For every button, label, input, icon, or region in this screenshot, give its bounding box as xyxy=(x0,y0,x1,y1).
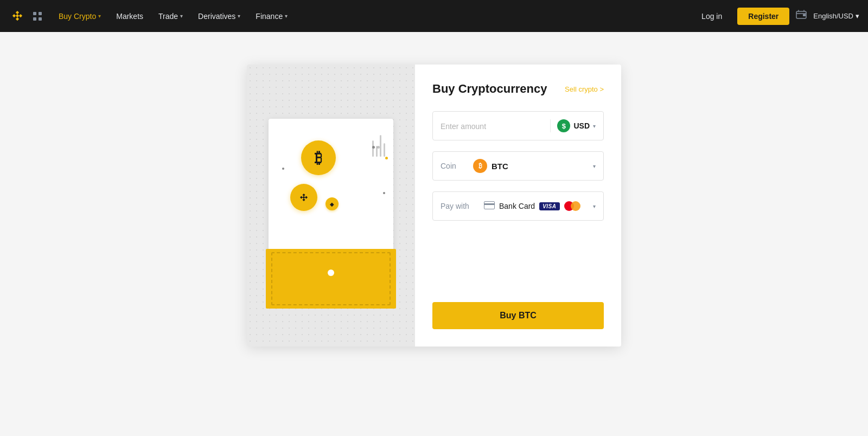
login-button[interactable]: Log in xyxy=(693,9,731,24)
pay-field-chevron-icon: ▾ xyxy=(593,203,596,209)
lang-chevron-icon: ▾ xyxy=(856,12,859,20)
navbar: Buy Crypto ▾ Markets Trade ▾ Derivatives… xyxy=(0,0,868,32)
nav-finance[interactable]: Finance ▾ xyxy=(248,0,295,32)
logo[interactable] xyxy=(9,8,26,25)
bitcoin-coin-illustration: ₿ xyxy=(301,140,336,175)
finance-chevron-icon: ▾ xyxy=(285,13,288,19)
binance-logo-icon xyxy=(9,8,26,25)
bnb-coin-illustration xyxy=(290,184,317,211)
form-panel: Buy Cryptocurrency Sell crypto > $ USD ▾… xyxy=(415,65,621,347)
wallet-icon[interactable] xyxy=(796,9,807,23)
svg-rect-2 xyxy=(39,12,42,15)
pay-method: Bank Card VISA xyxy=(484,201,593,211)
svg-rect-6 xyxy=(803,14,806,16)
illustration-panel: ₿ ◆ xyxy=(247,65,415,347)
amount-field[interactable]: $ USD ▾ xyxy=(432,111,604,140)
nav-buy-crypto[interactable]: Buy Crypto ▾ xyxy=(51,0,108,32)
visa-badge: VISA xyxy=(539,202,559,210)
wallet-dot xyxy=(328,270,334,276)
pay-with-label: Pay with xyxy=(441,202,484,210)
coin-selector: ₿ BTC xyxy=(473,159,593,173)
coin-field-chevron-icon: ▾ xyxy=(593,163,596,169)
mc-orange-circle xyxy=(571,201,580,211)
card-container: ₿ ◆ xyxy=(247,65,621,347)
coin-field[interactable]: Coin ₿ BTC ▾ xyxy=(432,151,604,181)
bar-line-4 xyxy=(384,143,385,157)
dot-decor-coin-3 xyxy=(383,192,385,194)
card-icon xyxy=(484,201,495,211)
pay-method-name: Bank Card xyxy=(499,202,535,210)
navbar-right: Log in Register English/USD ▾ xyxy=(693,8,859,25)
wallet-illustration xyxy=(266,249,396,309)
illustration-wrapper: ₿ ◆ xyxy=(266,113,396,298)
amount-input[interactable] xyxy=(441,121,550,131)
apps-menu-icon[interactable] xyxy=(33,11,42,21)
wallet-dashed-border xyxy=(271,252,391,305)
form-title: Buy Cryptocurrency xyxy=(432,82,547,96)
sell-crypto-link[interactable]: Sell crypto > xyxy=(565,85,604,93)
svg-rect-3 xyxy=(33,17,36,21)
svg-rect-9 xyxy=(484,203,495,205)
nav-derivatives[interactable]: Derivatives ▾ xyxy=(190,0,248,32)
derivatives-chevron-icon: ▾ xyxy=(238,13,240,19)
svg-rect-1 xyxy=(33,12,36,15)
svg-rect-4 xyxy=(39,17,42,21)
language-selector[interactable]: English/USD ▾ xyxy=(813,12,859,20)
form-header: Buy Cryptocurrency Sell crypto > xyxy=(432,82,604,96)
buy-button-wrapper: Buy BTC xyxy=(432,237,604,329)
nav-links: Buy Crypto ▾ Markets Trade ▾ Derivatives… xyxy=(51,0,295,32)
usd-icon: $ xyxy=(557,119,570,132)
buy-crypto-chevron-icon: ▾ xyxy=(98,13,101,19)
buy-btc-button[interactable]: Buy BTC xyxy=(432,302,604,329)
mastercard-badge xyxy=(564,201,580,211)
svg-rect-8 xyxy=(484,201,495,209)
currency-chevron-icon: ▾ xyxy=(593,123,596,129)
dot-decor-coin-1 xyxy=(385,157,388,159)
trade-chevron-icon: ▾ xyxy=(180,13,183,19)
currency-label: USD xyxy=(573,121,590,130)
nav-markets[interactable]: Markets xyxy=(108,0,151,32)
register-button[interactable]: Register xyxy=(737,8,789,25)
btc-icon: ₿ xyxy=(473,159,487,173)
bar-line-3 xyxy=(380,135,381,157)
currency-selector[interactable]: $ USD ▾ xyxy=(550,119,596,132)
main-content: ₿ ◆ xyxy=(0,32,868,436)
dot-decor-coin-2 xyxy=(282,168,284,170)
coin-field-label: Coin xyxy=(441,162,473,170)
coin-name: BTC xyxy=(492,162,508,171)
nav-trade[interactable]: Trade ▾ xyxy=(151,0,190,32)
dot-decor-top xyxy=(372,146,380,149)
bar-line-1 xyxy=(372,140,374,157)
small-coin-illustration: ◆ xyxy=(326,197,339,210)
pay-with-field[interactable]: Pay with Bank Card VISA ▾ xyxy=(432,191,604,221)
